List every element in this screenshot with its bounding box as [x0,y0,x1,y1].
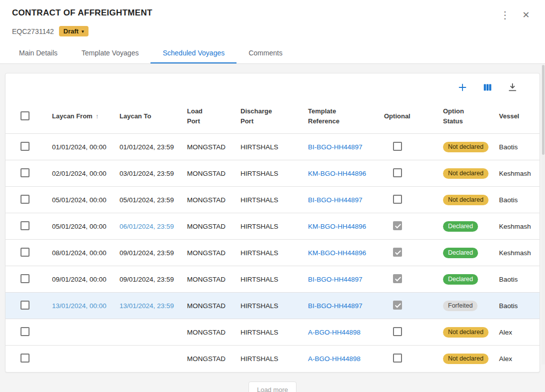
laycan-from-cell: 05/01/2024, 00:00 [48,187,116,213]
column-header-template-reference: Template Reference [304,101,380,134]
option-status-badge: Not declared [443,327,488,338]
laycan-from-cell: 05/01/2024, 00:00 [48,213,116,240]
vessel-cell: Baotis [495,134,540,160]
tab-template-voyages[interactable]: Template Voyages [70,41,150,63]
laycan-from-cell: 08/01/2024, 00:00 [48,240,116,266]
table-row[interactable]: 13/01/2024, 00:0013/01/2024, 23:59MONGST… [6,293,540,319]
option-status-badge: Forfeited [443,301,478,311]
content-area: Laycan From↑ Laycan To Load Port Dischar… [0,64,545,392]
load-port-cell: MONGSTAD [183,293,236,319]
laycan-to-cell: 03/01/2024, 23:59 [116,160,183,187]
row-select-checkbox[interactable] [20,274,30,283]
column-header-laycan-from[interactable]: Laycan From↑ [48,101,116,134]
optional-checkbox[interactable] [393,354,402,363]
optional-checkbox[interactable] [393,327,402,336]
vessel-cell: Keshmash [495,213,540,240]
laycan-to-cell: 01/01/2024, 23:59 [116,134,183,160]
vessel-cell: Baotis [495,187,540,213]
tab-bar: Main Details Template Voyages Scheduled … [0,41,545,64]
row-select-checkbox[interactable] [20,327,30,336]
template-reference-link[interactable]: BI-BGO-HH44897 [304,134,380,160]
laycan-from-cell [48,319,116,346]
laycan-from-cell: 02/01/2024, 00:00 [48,160,116,187]
table-row[interactable]: 01/01/2024, 00:0001/01/2024, 23:59MONGST… [6,134,540,160]
vessel-cell: Keshmash [495,160,540,187]
load-more-row: Load more [5,373,540,392]
close-icon[interactable]: ✕ [519,8,533,22]
option-status-badge: Not declared [443,168,488,179]
column-header-vessel: Vessel [495,101,540,134]
download-icon[interactable] [506,81,518,93]
scrollbar-thumb[interactable] [542,65,544,155]
row-select-checkbox[interactable] [20,248,30,257]
template-reference-link[interactable]: KM-BGO-HH44896 [304,213,380,240]
discharge-port-cell: HIRTSHALS [236,240,304,266]
voyages-table: Laycan From↑ Laycan To Load Port Dischar… [6,101,540,372]
laycan-from-cell: 01/01/2024, 00:00 [48,134,116,160]
optional-checkbox[interactable] [393,142,402,151]
laycan-to-cell: 06/01/2024, 23:59 [116,213,183,240]
status-dropdown[interactable]: Draft ▾ [59,26,88,36]
tab-scheduled-voyages[interactable]: Scheduled Voyages [150,41,236,63]
table-row[interactable]: 05/01/2024, 00:0005/01/2024, 23:59MONGST… [6,187,540,213]
laycan-to-cell [116,319,183,346]
row-select-checkbox[interactable] [20,221,30,230]
discharge-port-cell: HIRTSHALS [236,134,304,160]
table-row[interactable]: MONGSTADHIRTSHALSA-BGO-HH44898Not declar… [6,319,540,346]
row-select-checkbox[interactable] [20,354,30,363]
template-reference-link[interactable]: A-BGO-HH44898 [304,346,380,372]
template-reference-link[interactable]: A-BGO-HH44898 [304,319,380,346]
kebab-menu-icon[interactable]: ⋮ [498,8,512,22]
scrollbar[interactable] [542,65,545,365]
vessel-cell: Baotis [495,266,540,293]
template-reference-link[interactable]: BI-BGO-HH44897 [304,293,380,319]
table-row[interactable]: 02/01/2024, 00:0003/01/2024, 23:59MONGST… [6,160,540,187]
optional-checkbox[interactable] [393,301,402,310]
sort-asc-icon: ↑ [96,112,99,120]
table-body: 01/01/2024, 00:0001/01/2024, 23:59MONGST… [6,134,540,372]
row-select-checkbox[interactable] [20,142,30,151]
table-toolbar [6,73,540,101]
add-icon[interactable] [456,81,468,93]
row-select-checkbox[interactable] [20,168,30,177]
option-status-badge: Not declared [443,354,488,364]
table-row[interactable]: 05/01/2024, 00:0006/01/2024, 23:59MONGST… [6,213,540,240]
option-status-badge: Not declared [443,195,488,205]
template-reference-link[interactable]: BI-BGO-HH44897 [304,266,380,293]
option-status-badge: Declared [443,248,478,258]
scheduled-voyages-card: Laycan From↑ Laycan To Load Port Dischar… [5,73,540,373]
load-more-button[interactable]: Load more [248,382,296,392]
template-reference-link[interactable]: KM-BGO-HH44896 [304,240,380,266]
laycan-to-cell: 09/01/2024, 23:59 [116,240,183,266]
select-all-checkbox[interactable] [20,111,30,120]
table-row[interactable]: 08/01/2024, 00:0009/01/2024, 23:59MONGST… [6,240,540,266]
optional-checkbox[interactable] [393,221,402,230]
template-reference-link[interactable]: KM-BGO-HH44896 [304,160,380,187]
optional-checkbox[interactable] [393,248,402,257]
vessel-cell: Keshmash [495,240,540,266]
discharge-port-cell: HIRTSHALS [236,213,304,240]
laycan-from-cell: 09/01/2024, 00:00 [48,266,116,293]
load-port-cell: MONGSTAD [183,319,236,346]
table-row[interactable]: 09/01/2024, 00:0009/01/2024, 23:59MONGST… [6,266,540,293]
tab-main-details[interactable]: Main Details [7,41,70,63]
load-port-cell: MONGSTAD [183,266,236,293]
template-reference-link[interactable]: BI-BGO-HH44897 [304,187,380,213]
page-title: CONTRACT OF AFFREIGHTMENT [12,8,152,18]
discharge-port-cell: HIRTSHALS [236,293,304,319]
optional-checkbox[interactable] [393,168,402,177]
optional-checkbox[interactable] [393,195,402,204]
columns-icon[interactable] [482,81,494,93]
table-header-row: Laycan From↑ Laycan To Load Port Dischar… [6,101,540,134]
laycan-to-cell: 05/01/2024, 23:59 [116,187,183,213]
column-header-option-status: Option Status [439,101,495,134]
tab-comments[interactable]: Comments [236,41,294,63]
row-select-checkbox[interactable] [20,195,30,204]
row-select-checkbox[interactable] [20,301,30,310]
optional-checkbox[interactable] [393,274,402,283]
discharge-port-cell: HIRTSHALS [236,160,304,187]
option-status-badge: Not declared [443,142,488,152]
laycan-to-cell [116,346,183,372]
option-status-badge: Declared [443,274,478,285]
table-row[interactable]: MONGSTADHIRTSHALSA-BGO-HH44898Not declar… [6,346,540,372]
